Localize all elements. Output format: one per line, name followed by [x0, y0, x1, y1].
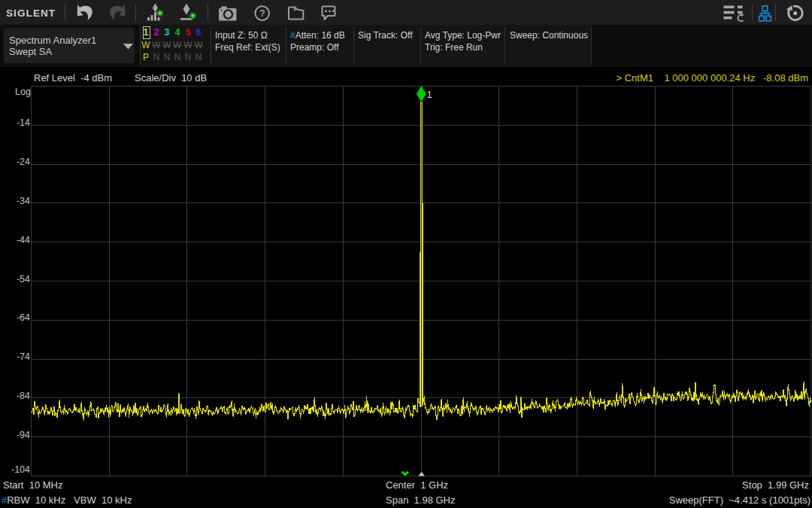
svg-text:1: 1	[427, 89, 432, 100]
